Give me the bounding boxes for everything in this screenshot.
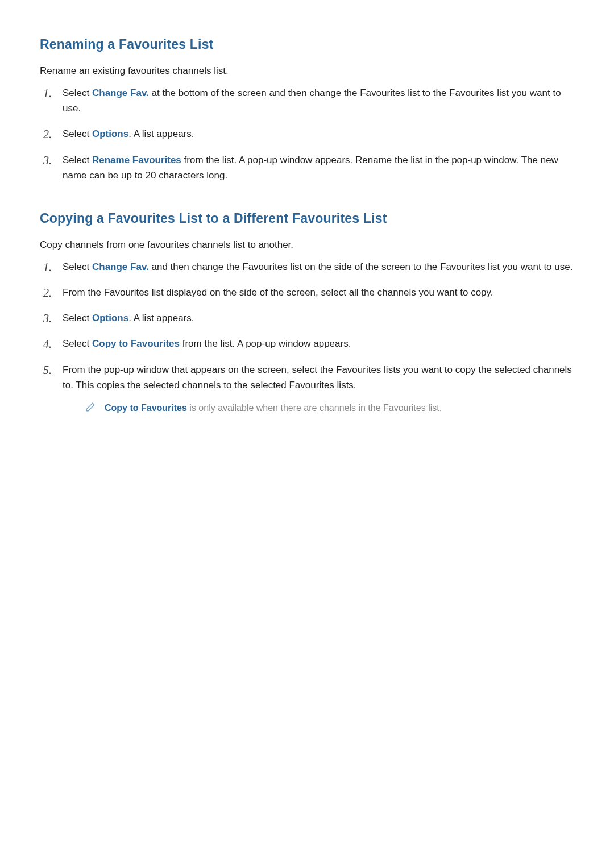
step-number: 3.: [43, 309, 52, 327]
step-number: 2.: [43, 284, 52, 302]
step-list: 1. Select Change Fav. at the bottom of t…: [40, 85, 574, 183]
step-text-post: . A list appears.: [128, 128, 194, 139]
pencil-icon: [85, 402, 96, 417]
step-text-pre: Select: [63, 128, 92, 139]
step-text-pre: From the Favourites list displayed on th…: [63, 287, 493, 298]
step-text-pre: Select: [63, 155, 92, 165]
section-intro: Rename an existing favourites channels l…: [40, 63, 574, 78]
step-item: 1. Select Change Fav. at the bottom of t…: [40, 85, 574, 116]
step-number: 1.: [43, 84, 52, 102]
step-number: 5.: [43, 361, 52, 379]
keyword-options: Options: [92, 128, 128, 139]
step-text-pre: Select: [63, 261, 92, 272]
step-list: 1. Select Change Fav. and then change th…: [40, 259, 574, 416]
note: Copy to Favourites is only available whe…: [63, 401, 574, 416]
step-item: 2. From the Favourites list displayed on…: [40, 285, 574, 300]
step-text-post: . A list appears.: [128, 313, 194, 323]
keyword-copy-to-favourites: Copy to Favourites: [92, 338, 180, 349]
step-item: 3. Select Options. A list appears.: [40, 310, 574, 326]
step-number: 1.: [43, 258, 52, 276]
step-text-pre: Select: [63, 313, 92, 323]
keyword-change-fav: Change Fav.: [92, 88, 149, 98]
step-text-pre: Select: [63, 338, 92, 349]
step-text-post: and then change the Favourites list on t…: [149, 261, 573, 272]
section-copying: Copying a Favourites List to a Different…: [40, 208, 574, 416]
step-item: 3. Select Rename Favourites from the lis…: [40, 152, 574, 183]
step-number: 2.: [43, 125, 52, 143]
step-text-pre: From the pop-up window that appears on t…: [63, 364, 572, 391]
step-item: 1. Select Change Fav. and then change th…: [40, 259, 574, 275]
step-text-post: from the list. A pop-up window appears.: [180, 338, 351, 349]
keyword-change-fav: Change Fav.: [92, 261, 149, 272]
keyword-copy-to-favourites: Copy to Favourites: [105, 403, 187, 413]
note-text: is only available when there are channel…: [187, 403, 442, 413]
step-item: 2. Select Options. A list appears.: [40, 126, 574, 142]
step-item: 5. From the pop-up window that appears o…: [40, 362, 574, 416]
section-renaming: Renaming a Favourites List Rename an exi…: [40, 34, 574, 183]
step-number: 4.: [43, 335, 52, 353]
section-heading: Renaming a Favourites List: [40, 34, 574, 55]
section-heading: Copying a Favourites List to a Different…: [40, 208, 574, 229]
keyword-options: Options: [92, 313, 128, 323]
step-text-pre: Select: [63, 88, 92, 98]
step-item: 4. Select Copy to Favourites from the li…: [40, 336, 574, 351]
keyword-rename-favourites: Rename Favourites: [92, 155, 181, 165]
step-number: 3.: [43, 151, 52, 169]
section-intro: Copy channels from one favourites channe…: [40, 237, 574, 252]
